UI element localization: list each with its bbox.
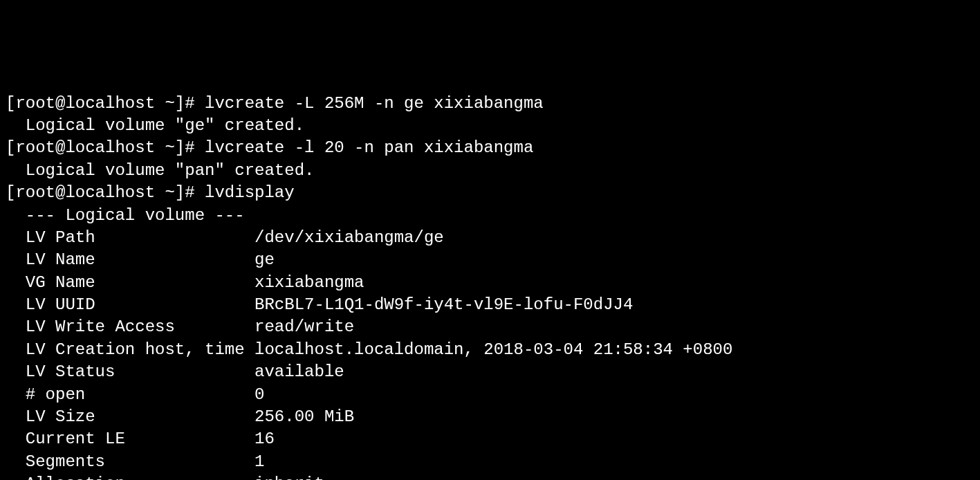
terminal-line: VG Name xixiabangma — [6, 272, 974, 294]
terminal-line: --- Logical volume --- — [6, 205, 974, 227]
terminal-line: LV Path /dev/xixiabangma/ge — [6, 227, 974, 249]
terminal-line: Allocation inherit — [6, 473, 974, 480]
terminal-line: Logical volume "ge" created. — [6, 115, 974, 137]
terminal-line: [root@localhost ~]# lvdisplay — [6, 182, 974, 204]
terminal-line: Current LE 16 — [6, 428, 974, 450]
terminal-line: Segments 1 — [6, 451, 974, 473]
terminal-line: LV Name ge — [6, 249, 974, 271]
terminal-line: LV Status available — [6, 361, 974, 383]
terminal-line: LV UUID BRcBL7-L1Q1-dW9f-iy4t-vl9E-lofu-… — [6, 294, 974, 316]
terminal-line: LV Write Access read/write — [6, 316, 974, 338]
terminal-line: LV Size 256.00 MiB — [6, 406, 974, 428]
terminal-line: Logical volume "pan" created. — [6, 160, 974, 182]
terminal-line: [root@localhost ~]# lvcreate -L 256M -n … — [6, 93, 974, 115]
terminal-line: [root@localhost ~]# lvcreate -l 20 -n pa… — [6, 137, 974, 159]
terminal-line: LV Creation host, time localhost.localdo… — [6, 339, 974, 361]
terminal-output[interactable]: [root@localhost ~]# lvcreate -L 256M -n … — [6, 93, 974, 480]
terminal-line: # open 0 — [6, 384, 974, 406]
